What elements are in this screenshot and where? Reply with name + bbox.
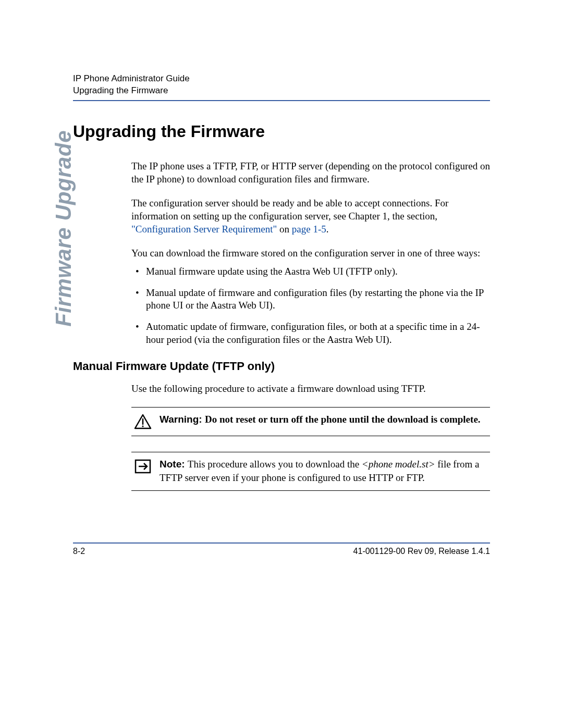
header-rule: [73, 100, 490, 101]
warning-icon: [132, 413, 153, 429]
note-icon: [132, 458, 153, 474]
running-header: IP Phone Administrator Guide Upgrading t…: [73, 73, 490, 97]
note-callout: Note: This procedure allows you to downl…: [131, 452, 490, 491]
side-tab-label: Firmware Upgrade: [51, 0, 76, 130]
document-page: IP Phone Administrator Guide Upgrading t…: [0, 0, 563, 728]
intro-paragraph-3: You can download the firmware stored on …: [131, 247, 490, 260]
cross-ref-link[interactable]: "Configuration Server Requirement": [131, 224, 277, 235]
page-footer: 8-2 41-001129-00 Rev 09, Release 1.4.1: [73, 542, 490, 556]
warning-text: Warning: Do not reset or turn off the ph…: [153, 413, 489, 426]
warning-label: Warning:: [160, 414, 205, 425]
text-run: .: [326, 224, 329, 235]
list-item: Automatic update of firmware, configurat…: [131, 320, 490, 346]
procedure-paragraph: Use the following procedure to activate …: [131, 382, 490, 396]
section-heading: Manual Firmware Update (TFTP only): [73, 360, 490, 373]
page-ref-link[interactable]: page 1-5: [292, 224, 326, 235]
list-item: Manual firmware update using the Aastra …: [131, 265, 490, 278]
note-text: Note: This procedure allows you to downl…: [153, 458, 489, 484]
note-filename: <phone model.st>: [362, 459, 435, 470]
note-label: Note:: [160, 459, 188, 470]
methods-list: Manual firmware update using the Aastra …: [131, 265, 490, 346]
body-column: The IP phone uses a TFTP, FTP, or HTTP s…: [131, 160, 490, 347]
warning-callout: Warning: Do not reset or turn off the ph…: [131, 407, 490, 436]
page-title: Upgrading the Firmware: [73, 122, 490, 141]
warning-body: Do not reset or turn off the phone until…: [205, 414, 481, 425]
intro-paragraph-2: The configuration server should be ready…: [131, 197, 490, 236]
header-line-2: Upgrading the Firmware: [73, 85, 490, 97]
text-run: on: [277, 224, 292, 235]
section-body: Use the following procedure to activate …: [131, 382, 490, 491]
footer-rule: [73, 542, 490, 544]
note-pre: This procedure allows you to download th…: [188, 459, 362, 470]
intro-paragraph-1: The IP phone uses a TFTP, FTP, or HTTP s…: [131, 160, 490, 186]
header-line-1: IP Phone Administrator Guide: [73, 73, 490, 85]
doc-revision: 41-001129-00 Rev 09, Release 1.4.1: [353, 547, 490, 556]
svg-point-1: [142, 426, 143, 427]
list-item: Manual update of firmware and configurat…: [131, 287, 490, 312]
text-run: The configuration server should be ready…: [131, 198, 448, 221]
page-number: 8-2: [73, 547, 85, 556]
